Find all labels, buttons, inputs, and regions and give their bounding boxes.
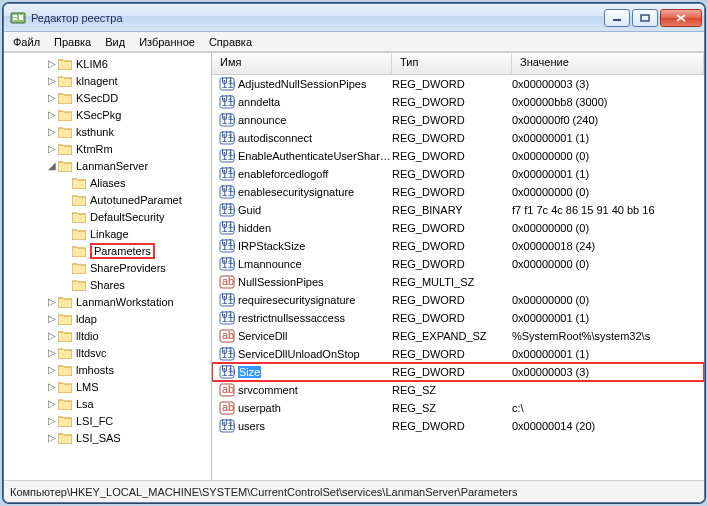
tree-item-label: Lsa (76, 398, 94, 410)
value-row[interactable]: abServiceDllREG_EXPAND_SZ%SystemRoot%\sy… (212, 327, 704, 345)
value-row[interactable]: 011110AdjustedNullSessionPipesREG_DWORD0… (212, 75, 704, 93)
column-name[interactable]: Имя (212, 53, 392, 74)
menu-view[interactable]: Вид (98, 34, 132, 50)
value-row[interactable]: 011110enableforcedlogoffREG_DWORD0x00000… (212, 165, 704, 183)
expand-icon[interactable]: ▷ (46, 58, 58, 69)
dword-value-icon: 011110 (218, 113, 236, 127)
tree-item[interactable]: ▷lltdio (4, 327, 211, 344)
menu-favorites[interactable]: Избранное (132, 34, 202, 50)
value-row[interactable]: 011110ServiceDllUnloadOnStopREG_DWORD0x0… (212, 345, 704, 363)
tree-item[interactable]: ▷KSecPkg (4, 106, 211, 123)
dword-value-icon: 011110 (218, 311, 236, 325)
column-data[interactable]: Значение (512, 53, 704, 74)
tree-item[interactable]: ▷KSecDD (4, 89, 211, 106)
tree-item-label: LanmanServer (76, 160, 148, 172)
tree-item[interactable]: Aliases (4, 174, 211, 191)
svg-text:110: 110 (222, 132, 236, 144)
expand-icon[interactable]: ▷ (46, 109, 58, 120)
expand-icon[interactable]: ▷ (46, 432, 58, 443)
minimize-button[interactable] (604, 9, 630, 27)
tree-item[interactable]: ▷LMS (4, 378, 211, 395)
value-row[interactable]: 011110usersREG_DWORD0x00000014 (20) (212, 417, 704, 435)
expand-icon[interactable]: ▷ (46, 92, 58, 103)
expand-icon[interactable]: ▷ (46, 296, 58, 307)
expand-icon[interactable]: ▷ (46, 330, 58, 341)
expand-icon[interactable]: ▷ (46, 313, 58, 324)
tree-item[interactable]: ▷ldap (4, 310, 211, 327)
tree-item[interactable]: ▷klnagent (4, 72, 211, 89)
expand-icon[interactable]: ▷ (46, 126, 58, 137)
value-row[interactable]: 011110hiddenREG_DWORD0x00000000 (0) (212, 219, 704, 237)
value-row[interactable]: 011110anndeltaREG_DWORD0x00000bb8 (3000) (212, 93, 704, 111)
menu-help[interactable]: Справка (202, 34, 259, 50)
folder-icon (72, 177, 86, 189)
column-type[interactable]: Тип (392, 53, 512, 74)
tree-item-label: LSI_SAS (76, 432, 121, 444)
tree-item[interactable]: ◢LanmanServer (4, 157, 211, 174)
expand-icon[interactable]: ▷ (46, 398, 58, 409)
tree-item[interactable]: AutotunedParamet (4, 191, 211, 208)
string-value-icon: ab (218, 401, 236, 415)
expand-icon[interactable]: ▷ (46, 75, 58, 86)
value-row[interactable]: 011110EnableAuthenticateUserShar…REG_DWO… (212, 147, 704, 165)
folder-icon (58, 296, 72, 308)
tree-item[interactable]: ShareProviders (4, 259, 211, 276)
value-row[interactable]: 011110restrictnullsessaccessREG_DWORD0x0… (212, 309, 704, 327)
value-row[interactable]: 011110autodisconnectREG_DWORD0x00000001 … (212, 129, 704, 147)
tree-item[interactable]: Parameters (4, 242, 211, 259)
close-button[interactable] (660, 9, 702, 27)
value-row[interactable]: abNullSessionPipesREG_MULTI_SZ (212, 273, 704, 291)
tree-item-label: LSI_FC (76, 415, 113, 427)
menu-edit[interactable]: Правка (47, 34, 98, 50)
value-data: c:\ (512, 402, 704, 414)
value-name: anndelta (236, 96, 392, 108)
value-row[interactable]: 011110requiresecuritysignatureREG_DWORD0… (212, 291, 704, 309)
folder-icon (58, 364, 72, 376)
expand-icon[interactable]: ▷ (46, 415, 58, 426)
registry-tree[interactable]: ▷KLIM6▷klnagent▷KSecDD▷KSecPkg▷ksthunk▷K… (4, 53, 211, 480)
tree-item-label: ldap (76, 313, 97, 325)
tree-item[interactable]: ▷LanmanWorkstation (4, 293, 211, 310)
tree-item-label: ksthunk (76, 126, 114, 138)
tree-item[interactable]: ▷KtmRm (4, 140, 211, 157)
expand-icon[interactable]: ▷ (46, 364, 58, 375)
expand-icon[interactable]: ▷ (46, 143, 58, 154)
value-name: ServiceDll (236, 330, 392, 342)
tree-item[interactable]: ▷lmhosts (4, 361, 211, 378)
tree-item[interactable]: Linkage (4, 225, 211, 242)
tree-item[interactable]: ▷KLIM6 (4, 55, 211, 72)
value-row[interactable]: absrvcommentREG_SZ (212, 381, 704, 399)
collapse-icon[interactable]: ◢ (46, 160, 58, 171)
expand-icon[interactable]: ▷ (46, 381, 58, 392)
tree-item-label: klnagent (76, 75, 118, 87)
tree-item[interactable]: DefaultSecurity (4, 208, 211, 225)
value-data: 0x00000000 (0) (512, 186, 704, 198)
folder-icon (58, 381, 72, 393)
value-row[interactable]: 011110GuidREG_BINARYf7 f1 7c 4c 86 15 91… (212, 201, 704, 219)
value-name: Lmannounce (236, 258, 392, 270)
expand-icon[interactable]: ▷ (46, 347, 58, 358)
svg-text:110: 110 (222, 348, 236, 360)
tree-item[interactable]: ▷lltdsvc (4, 344, 211, 361)
value-list[interactable]: 011110AdjustedNullSessionPipesREG_DWORD0… (212, 75, 704, 480)
value-row[interactable]: 011110IRPStackSizeREG_DWORD0x00000018 (2… (212, 237, 704, 255)
value-row[interactable]: 011110announceREG_DWORD0x000000f0 (240) (212, 111, 704, 129)
svg-text:110: 110 (222, 366, 236, 378)
tree-item[interactable]: Shares (4, 276, 211, 293)
value-row[interactable]: 011110LmannounceREG_DWORD0x00000000 (0) (212, 255, 704, 273)
value-row[interactable]: abuserpathREG_SZc:\ (212, 399, 704, 417)
dword-value-icon: 011110 (218, 185, 236, 199)
folder-icon (72, 262, 86, 274)
tree-item-label: Shares (90, 279, 125, 291)
value-row[interactable]: 011110enablesecuritysignatureREG_DWORD0x… (212, 183, 704, 201)
tree-item[interactable]: ▷Lsa (4, 395, 211, 412)
tree-item[interactable]: ▷LSI_SAS (4, 429, 211, 446)
tree-item[interactable]: ▷ksthunk (4, 123, 211, 140)
tree-item[interactable]: ▷LSI_FC (4, 412, 211, 429)
value-type: REG_DWORD (392, 348, 512, 360)
tree-item-label: Aliases (90, 177, 125, 189)
value-data: 0x00000000 (0) (512, 258, 704, 270)
menu-file[interactable]: Файл (6, 34, 47, 50)
value-row[interactable]: 011110SizeREG_DWORD0x00000003 (3) (212, 363, 704, 381)
maximize-button[interactable] (632, 9, 658, 27)
